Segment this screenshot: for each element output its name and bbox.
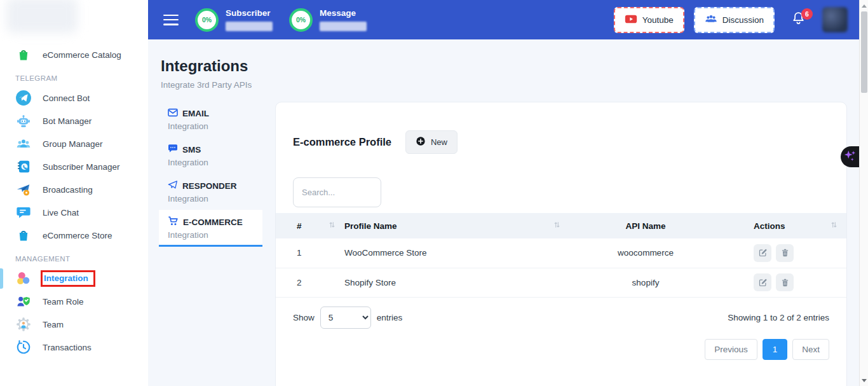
edit-button[interactable]	[754, 244, 771, 262]
scrollbar-down-arrow[interactable]	[860, 376, 868, 385]
subnav-title: EMAIL	[182, 109, 209, 118]
sidebar-item-label: Group Manager	[43, 139, 103, 149]
message-progress-ring: 0%	[289, 8, 313, 32]
delete-button[interactable]	[776, 273, 794, 291]
sidebar-item-team-role[interactable]: Team Role	[0, 290, 148, 313]
scrollbar-up-arrow[interactable]	[860, 1, 868, 10]
pagination: Previous 1 Next	[276, 329, 846, 360]
sidebar-item-ecommerce-store[interactable]: eCommerce Store	[0, 224, 148, 247]
table-header-row: # Profile Name API Name Actions	[276, 213, 846, 238]
notification-count-badge: 6	[801, 8, 813, 20]
sidebar-item-transactions[interactable]: Transactions	[0, 336, 148, 359]
actions-cell	[722, 238, 846, 268]
redacted-value	[226, 22, 273, 31]
next-page-button[interactable]: Next	[792, 339, 829, 360]
scrollbar-thumb[interactable]	[861, 11, 867, 93]
page-scrollbar[interactable]	[859, 0, 868, 386]
bell-icon	[790, 18, 806, 29]
responder-icon	[168, 180, 178, 191]
telegram-plane-icon	[15, 90, 32, 106]
sparkles-icon	[843, 148, 857, 166]
sms-icon	[168, 144, 178, 155]
subscriber-stat-label: Subscriber	[226, 8, 273, 18]
subscriber-stat: 0% Subscriber	[195, 8, 273, 32]
sidebar-item-label: Transactions	[43, 343, 92, 352]
subnav-title: E-COMMERCE	[183, 217, 243, 227]
sidebar-item-label: eCommerce Store	[43, 231, 112, 240]
search-input[interactable]	[293, 177, 381, 207]
table-row: 1 WooCommerce Store woocommerce	[276, 238, 846, 268]
subnav-item-responder[interactable]: RESPONDER Integration	[159, 174, 262, 210]
sidebar-item-label: Integration	[44, 273, 88, 283]
people-group-icon	[15, 135, 32, 152]
subnav-item-email[interactable]: EMAIL Integration	[159, 102, 262, 137]
sidebar-item-bot-manager[interactable]: Bot Manager	[0, 109, 148, 132]
sidebar: eCommerce Catalog TELEGRAM Connect Bot B…	[0, 0, 148, 386]
sidebar-item-ecommerce-catalog[interactable]: eCommerce Catalog	[0, 43, 148, 66]
integration-circles-icon	[15, 270, 32, 287]
new-button-label: New	[431, 137, 447, 147]
subscriber-progress-ring: 0%	[195, 8, 219, 32]
sidebar-item-label: Connect Bot	[43, 93, 90, 103]
delete-button[interactable]	[776, 244, 794, 262]
column-header-profile-name[interactable]: Profile Name	[344, 213, 569, 238]
sidebar-section-telegram: TELEGRAM	[0, 66, 148, 86]
youtube-icon	[625, 14, 637, 26]
previous-page-button[interactable]: Previous	[705, 339, 757, 360]
row-number: 1	[276, 238, 344, 268]
card-title: E-commerce Profile	[293, 136, 391, 148]
sidebar-item-group-manager[interactable]: Group Manager	[0, 132, 148, 155]
subnav-subtitle: Integration	[168, 230, 262, 240]
column-header-api-name[interactable]: API Name	[569, 213, 722, 238]
blue-shopping-bag-icon	[15, 227, 32, 244]
sort-icon[interactable]	[553, 221, 560, 231]
subnav-subtitle: Integration	[168, 121, 262, 131]
notifications-button[interactable]: 6	[790, 10, 806, 29]
edit-button[interactable]	[754, 273, 771, 291]
hamburger-menu-icon[interactable]	[163, 15, 179, 25]
message-stat: 0% Message	[289, 8, 367, 32]
profiles-table: # Profile Name API Name Actions	[276, 213, 846, 298]
discussion-button[interactable]: Discussion	[694, 7, 775, 33]
profile-name-cell: WooCommerce Store	[344, 238, 569, 268]
app-logo	[6, 0, 78, 33]
page-size-select[interactable]: 5	[320, 307, 371, 329]
sidebar-item-label: Live Chat	[43, 208, 79, 217]
ecommerce-profile-card: E-commerce Profile New # Profile Name	[275, 102, 847, 386]
sidebar-item-integration[interactable]: Integration	[0, 267, 148, 290]
sidebar-item-live-chat[interactable]: Live Chat	[0, 201, 148, 224]
subnav-title: RESPONDER	[182, 181, 237, 191]
youtube-button[interactable]: Youtube	[614, 7, 684, 33]
annotation-highlight-box: Integration	[41, 270, 95, 287]
sidebar-item-team[interactable]: Team	[0, 313, 148, 336]
subnav-item-ecommerce[interactable]: E-COMMERCE Integration	[159, 210, 262, 247]
sidebar-item-label: Broadcasting	[43, 185, 93, 195]
sidebar-item-broadcasting[interactable]: Broadcasting	[0, 178, 148, 201]
profile-name-cell: Shopify Store	[344, 268, 569, 297]
column-header-num[interactable]: #	[276, 213, 344, 238]
page-subtitle: Integrate 3rd Party APIs	[161, 80, 859, 90]
table-row: 2 Shopify Store shopify	[276, 268, 846, 297]
column-header-actions[interactable]: Actions	[722, 213, 846, 238]
subnav-subtitle: Integration	[168, 194, 262, 203]
person-shield-icon	[15, 293, 32, 310]
sort-icon[interactable]	[831, 221, 837, 231]
sidebar-item-connect-bot[interactable]: Connect Bot	[0, 86, 148, 109]
sidebar-section-management: MANAGEMENT	[0, 247, 148, 267]
ai-assistant-button[interactable]	[841, 146, 859, 167]
new-profile-button[interactable]: New	[405, 130, 458, 154]
green-shopping-bag-icon	[15, 46, 32, 63]
plus-circle-icon	[416, 136, 426, 148]
discussion-people-icon	[705, 14, 717, 26]
show-label: Show	[293, 313, 315, 322]
history-clock-icon	[15, 339, 32, 355]
user-avatar[interactable]	[822, 7, 848, 32]
robot-icon	[15, 113, 32, 129]
page-1-button[interactable]: 1	[763, 339, 788, 360]
showing-entries-text: Showing 1 to 2 of 2 entries	[728, 313, 829, 322]
sidebar-item-subscriber-manager[interactable]: Subscriber Manager	[0, 155, 148, 178]
sort-icon[interactable]	[329, 221, 336, 231]
subnav-item-sms[interactable]: SMS Integration	[159, 137, 262, 174]
sidebar-item-label: Team Role	[43, 297, 84, 307]
api-name-cell: woocommerce	[569, 238, 722, 268]
